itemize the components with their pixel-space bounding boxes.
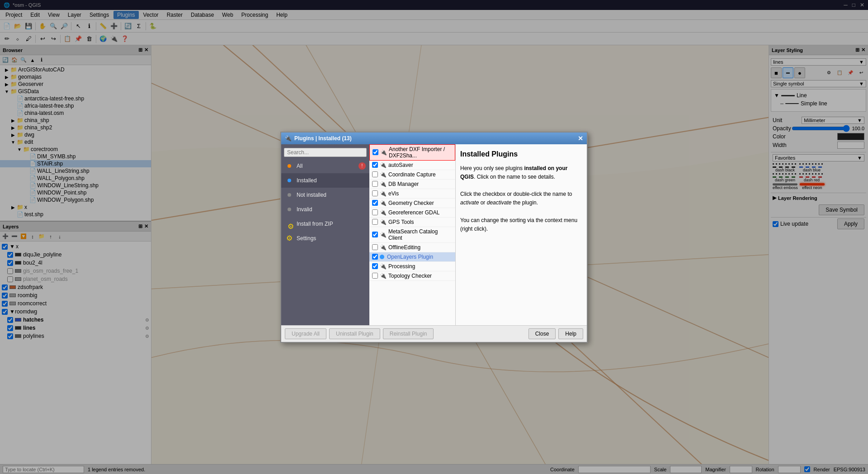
plugin-db-check[interactable] [372, 181, 378, 187]
plugin-db-label: DB Manager [388, 181, 419, 187]
nav-install-zip-label: Install from ZIP [297, 221, 333, 227]
plugin-dxf-check[interactable] [373, 149, 378, 155]
plugin-meta[interactable]: 🔌 MetaSearch Catalog Client [369, 227, 455, 243]
plugin-autosaver-check[interactable] [372, 162, 378, 168]
nav-invalid-label: Invalid [297, 206, 312, 213]
plugin-coord-icon: 🔌 [380, 171, 387, 178]
plugin-openlayers-check[interactable] [372, 254, 378, 260]
plugin-georef-label: Georeferencer GDAL [388, 209, 439, 216]
plugin-processing-icon: 🔌 [380, 263, 387, 270]
plugin-processing[interactable]: 🔌 Processing [369, 262, 455, 271]
dialog-sidebar: All ! Installed Not installed [281, 144, 369, 325]
plugin-db[interactable]: 🔌 DB Manager [369, 180, 455, 189]
nav-installed[interactable]: Installed [281, 173, 369, 188]
plugin-topology-label: Topology Checker [388, 273, 432, 279]
plugin-georef[interactable]: 🔌 Georeferencer GDAL [369, 208, 455, 218]
plugin-evis-icon: 🔌 [380, 190, 387, 197]
plugin-openlayers-dot [380, 255, 384, 259]
plugin-meta-icon: 🔌 [380, 232, 387, 238]
reinstall-btn[interactable]: Reinstall Plugin [383, 328, 434, 339]
plugin-georef-check[interactable] [372, 209, 378, 215]
plugin-gps-icon: 🔌 [380, 219, 387, 225]
plugin-processing-label: Processing [388, 263, 415, 270]
plugin-autosaver-label: autoSaver [388, 162, 413, 168]
upgrade-all-btn[interactable]: Upgrade All [285, 328, 326, 339]
dialog-title-bar: 🔌 Plugins | Installed (13) ✕ [281, 133, 587, 144]
dialog-body: All ! Installed Not installed [281, 144, 587, 325]
plugin-coord-check[interactable] [372, 171, 378, 177]
nav-settings-label: Settings [297, 235, 316, 242]
dialog-main: 🔌 Another DXF Importer / DXF2Sha... 🔌 au… [369, 144, 587, 325]
plugin-geom-icon: 🔌 [380, 200, 387, 206]
plugin-db-icon: 🔌 [380, 181, 387, 187]
plugin-offline-check[interactable] [372, 244, 378, 250]
plugin-evis[interactable]: 🔌 eVis [369, 189, 455, 199]
modal-overlay: 🔌 Plugins | Installed (13) ✕ All ! [0, 0, 868, 474]
uninstall-btn[interactable]: Uninstall Plugin [329, 328, 380, 339]
plugin-list: 🔌 Another DXF Importer / DXF2Sha... 🔌 au… [369, 144, 456, 325]
plugin-search-input[interactable] [284, 148, 367, 157]
plugin-autosaver[interactable]: 🔌 autoSaver [369, 161, 455, 170]
nav-settings[interactable]: ⚙ Settings [281, 231, 369, 246]
dialog-close-btn[interactable]: ✕ [578, 135, 583, 142]
plugin-offline-label: OfflineEditing [388, 244, 420, 251]
dialog-content-split: 🔌 Another DXF Importer / DXF2Sha... 🔌 au… [369, 144, 587, 325]
plugin-topology-icon: 🔌 [380, 273, 387, 279]
plugin-geom-check[interactable] [372, 200, 378, 206]
dialog-title-text: Plugins | Installed (13) [294, 135, 352, 142]
plugin-info-area: Installed Plugins Here you only see plug… [456, 144, 587, 325]
plugin-geom[interactable]: 🔌 Geometry Checker [369, 199, 455, 208]
nav-all[interactable]: All ! [281, 159, 369, 173]
plugin-meta-check[interactable] [372, 232, 378, 237]
nav-install-zip[interactable]: ⚙ Install from ZIP [281, 217, 369, 231]
dialog-title-container: 🔌 Plugins | Installed (13) [285, 135, 352, 142]
plugin-coord-label: Coordinate Capture [388, 171, 436, 178]
plugin-gps-label: GPS Tools [388, 219, 414, 225]
plugin-gps-check[interactable] [372, 219, 378, 225]
plugin-geom-label: Geometry Checker [388, 200, 434, 206]
plugins-dialog: 🔌 Plugins | Installed (13) ✕ All ! [280, 132, 588, 343]
plugin-openlayers-label: OpenLayers Plugin [387, 254, 433, 260]
plugin-autosaver-icon: 🔌 [380, 162, 387, 168]
plugin-processing-check[interactable] [372, 263, 378, 269]
nav-installed-label: Installed [297, 177, 317, 184]
help-btn[interactable]: Help [558, 328, 583, 339]
nav-invalid-icon [285, 205, 294, 214]
plugin-topology[interactable]: 🔌 Topology Checker [369, 271, 455, 281]
plugin-dxf[interactable]: 🔌 Another DXF Importer / DXF2Sha... [369, 144, 455, 161]
nav-not-installed-label: Not installed [297, 192, 326, 198]
nav-installed-icon [285, 176, 294, 185]
nav-all-icon [285, 161, 294, 171]
nav-not-installed[interactable]: Not installed [281, 188, 369, 202]
plugin-openlayers[interactable]: OpenLayers Plugin [369, 252, 455, 262]
plugin-coord[interactable]: 🔌 Coordinate Capture [369, 170, 455, 180]
plugin-info-title: Installed Plugins [460, 149, 582, 160]
plugin-meta-label: MetaSearch Catalog Client [388, 228, 453, 241]
plugin-topology-check[interactable] [372, 273, 378, 279]
nav-settings-icon: ⚙ [285, 234, 294, 243]
nav-all-label: All [297, 163, 302, 169]
plugin-georef-icon: 🔌 [380, 209, 387, 216]
nav-invalid[interactable]: Invalid [281, 202, 369, 217]
plugin-evis-label: eVis [388, 190, 399, 197]
nav-not-installed-icon [285, 190, 294, 199]
plugin-offline-icon: 🔌 [380, 244, 387, 251]
plugin-dxf-icon: 🔌 [380, 149, 387, 156]
plugin-evis-check[interactable] [372, 190, 378, 196]
nav-install-zip-icon: ⚙ [285, 219, 294, 228]
close-btn[interactable]: Close [528, 328, 556, 339]
dialog-footer: Upgrade All Uninstall Plugin Reinstall P… [281, 325, 587, 342]
plugin-gps[interactable]: 🔌 GPS Tools [369, 218, 455, 227]
dialog-plugin-icon: 🔌 [285, 135, 292, 142]
nav-all-badge: ! [359, 162, 366, 170]
plugin-info-text: Here you only see plugins installed on y… [460, 164, 582, 234]
plugin-dxf-label: Another DXF Importer / DXF2Sha... [389, 146, 452, 159]
plugin-offline[interactable]: 🔌 OfflineEditing [369, 243, 455, 252]
